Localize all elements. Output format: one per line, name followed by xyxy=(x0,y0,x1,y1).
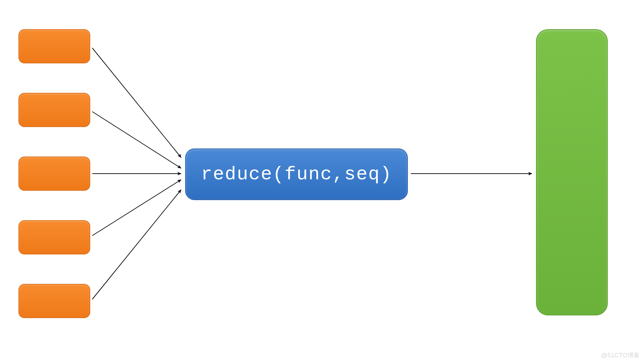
arrow-in-5 xyxy=(92,190,181,299)
reduce-function-box: reduce(func,seq) xyxy=(185,148,408,200)
input-box-1 xyxy=(18,29,90,63)
arrow-in-4 xyxy=(92,180,181,236)
watermark: @51CTO博客 xyxy=(601,351,640,359)
input-box-2 xyxy=(18,93,90,127)
reduce-label: reduce(func,seq) xyxy=(201,164,392,185)
input-box-5 xyxy=(18,284,90,318)
input-box-4 xyxy=(18,220,90,254)
diagram-canvas: reduce(func,seq) @51CTO博客 xyxy=(0,0,644,362)
arrow-in-1 xyxy=(92,48,181,158)
output-box xyxy=(536,29,608,315)
input-box-3 xyxy=(18,157,90,191)
arrow-in-2 xyxy=(92,112,181,168)
